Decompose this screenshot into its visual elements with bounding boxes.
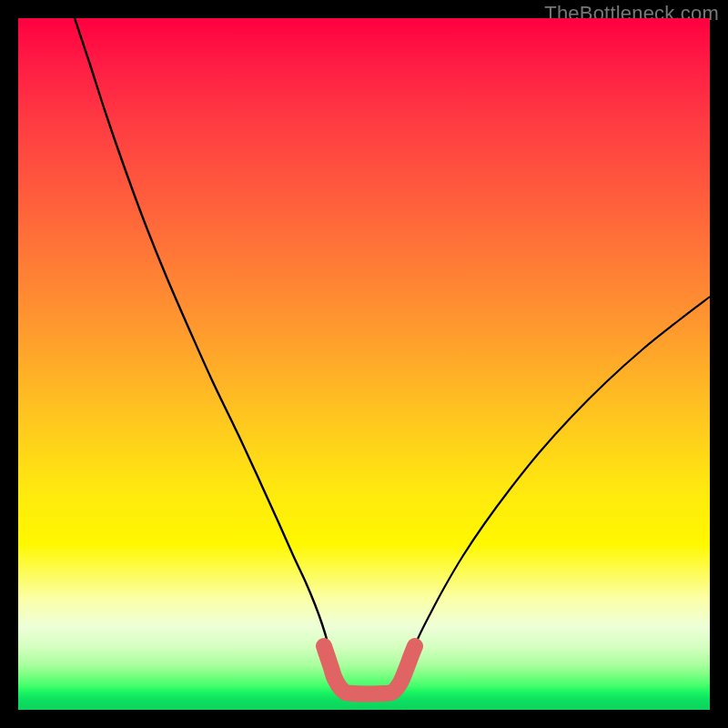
series-bottom-highlight [324,646,415,693]
plot-area [18,18,710,710]
series-left-curve [75,18,335,679]
series-group [75,18,710,693]
series-right-curve [402,297,710,679]
chart-svg [18,18,710,710]
chart-frame: TheBottleneck.com [0,0,728,728]
